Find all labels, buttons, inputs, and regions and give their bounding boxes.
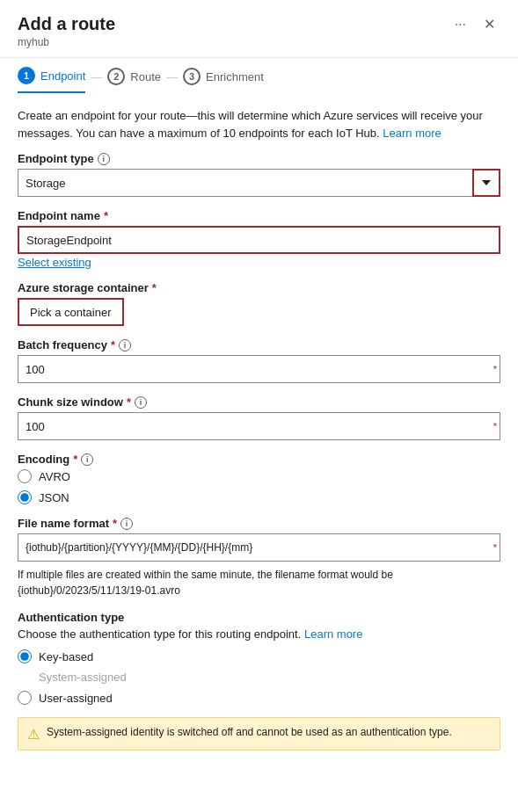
warning-icon: ⚠ [27, 726, 40, 743]
batch-frequency-asterisk: * [493, 364, 497, 374]
warning-box: ⚠ System-assigned identity is switched o… [18, 717, 500, 750]
learn-more-link-top[interactable]: Learn more [383, 127, 441, 140]
chunk-size-info-icon[interactable]: i [135, 396, 147, 409]
file-name-format-group: File name format * i * If multiple files… [18, 517, 500, 598]
batch-frequency-required: * [111, 338, 115, 352]
auth-type-radio-group: Key-based System-assigned User-assigned [18, 649, 500, 705]
chunk-size-asterisk: * [493, 421, 497, 431]
step-endpoint[interactable]: 1 Endpoint [18, 67, 85, 93]
file-name-asterisk: * [493, 542, 497, 553]
header-icons: ··· ✕ [449, 14, 500, 34]
file-name-format-input[interactable] [18, 533, 500, 562]
batch-frequency-label: Batch frequency * i [18, 338, 500, 352]
endpoint-type-group: Endpoint type i Storage [18, 152, 500, 197]
chunk-size-label: Chunk size window * i [18, 395, 500, 409]
more-options-button[interactable]: ··· [449, 15, 471, 34]
authentication-type-group: Authentication type Choose the authentic… [18, 611, 500, 705]
auth-key-based-label: Key-based [39, 650, 93, 663]
step-1-circle: 1 [18, 67, 35, 84]
step-3-circle: 3 [183, 68, 201, 85]
chunk-size-required: * [127, 395, 131, 409]
chunk-size-input-wrapper: * [18, 412, 500, 440]
step-sep-1: — [91, 70, 102, 91]
batch-frequency-input-wrapper: * [18, 355, 500, 383]
step-2-circle: 2 [107, 68, 125, 85]
warning-text: System-assigned identity is switched off… [47, 725, 452, 740]
step-route[interactable]: 2 Route [107, 68, 161, 92]
close-button[interactable]: ✕ [478, 14, 500, 34]
azure-storage-label: Azure storage container * [18, 281, 500, 294]
chunk-size-input[interactable] [18, 412, 500, 440]
endpoint-type-chevron[interactable] [472, 169, 500, 197]
auth-user-assigned-label: User-assigned [39, 692, 113, 705]
encoding-json-label: JSON [39, 491, 69, 504]
chevron-down-icon [482, 180, 491, 185]
file-name-format-label: File name format * i [18, 517, 500, 530]
auth-user-assigned-radio[interactable] [18, 691, 32, 705]
endpoint-type-select-wrapper: Storage [18, 169, 500, 197]
select-existing-link[interactable]: Select existing [18, 256, 91, 269]
endpoint-type-display: Storage [18, 169, 500, 197]
auth-system-assigned-sub: System-assigned [39, 671, 500, 684]
encoding-avro-option[interactable]: AVRO [18, 469, 500, 483]
auth-key-based-radio[interactable] [18, 649, 32, 663]
encoding-label: Encoding * i [18, 453, 500, 466]
encoding-required: * [73, 453, 77, 466]
auth-user-assigned-option[interactable]: User-assigned [18, 691, 500, 705]
encoding-json-radio[interactable] [18, 490, 32, 504]
auth-system-assigned-label: System-assigned [39, 671, 127, 684]
encoding-radio-group: AVRO JSON [18, 469, 500, 504]
encoding-avro-label: AVRO [39, 470, 70, 483]
steps-nav: 1 Endpoint — 2 Route — 3 Enrichment [0, 58, 518, 93]
encoding-group: Encoding * i AVRO JSON [18, 453, 500, 504]
endpoint-type-label: Endpoint type i [18, 152, 500, 165]
add-route-panel: Add a route ··· ✕ myhub 1 Endpoint — 2 R… [0, 0, 518, 812]
encoding-json-option[interactable]: JSON [18, 490, 500, 504]
azure-storage-required: * [152, 281, 157, 294]
panel-header: Add a route ··· ✕ myhub [0, 0, 518, 58]
step-sep-2: — [166, 70, 178, 91]
batch-frequency-input[interactable] [18, 355, 500, 383]
auth-type-title: Authentication type [18, 611, 500, 624]
panel-content: Create an endpoint for your route—this w… [0, 93, 518, 765]
description-text: Create an endpoint for your route—this w… [18, 107, 500, 141]
file-name-hint: If multiple files are created within the… [18, 567, 500, 598]
azure-storage-container-group: Azure storage container * Pick a contain… [18, 281, 500, 326]
file-name-info-icon[interactable]: i [120, 518, 133, 530]
endpoint-name-label: Endpoint name * [18, 209, 500, 222]
endpoint-name-group: Endpoint name * Select existing [18, 209, 500, 269]
auth-learn-more-link[interactable]: Learn more [304, 627, 362, 641]
auth-key-based-option[interactable]: Key-based [18, 649, 500, 663]
panel-title: Add a route [18, 14, 115, 34]
step-3-label: Enrichment [206, 70, 264, 83]
step-enrichment[interactable]: 3 Enrichment [183, 68, 264, 92]
endpoint-type-info-icon[interactable]: i [98, 153, 110, 165]
encoding-info-icon[interactable]: i [81, 453, 93, 466]
file-name-required: * [113, 517, 117, 530]
chunk-size-group: Chunk size window * i * [18, 395, 500, 440]
auth-type-description: Choose the authentication type for this … [18, 627, 500, 641]
step-1-label: Endpoint [40, 69, 85, 83]
batch-frequency-info-icon[interactable]: i [119, 339, 131, 352]
encoding-avro-radio[interactable] [18, 469, 32, 483]
step-2-label: Route [130, 70, 161, 83]
pick-container-button[interactable]: Pick a container [18, 298, 124, 326]
endpoint-name-required: * [104, 209, 108, 222]
batch-frequency-group: Batch frequency * i * [18, 338, 500, 383]
endpoint-name-input[interactable] [18, 226, 500, 254]
panel-subtitle: myhub [18, 36, 500, 48]
file-name-input-wrapper: * [18, 533, 500, 562]
